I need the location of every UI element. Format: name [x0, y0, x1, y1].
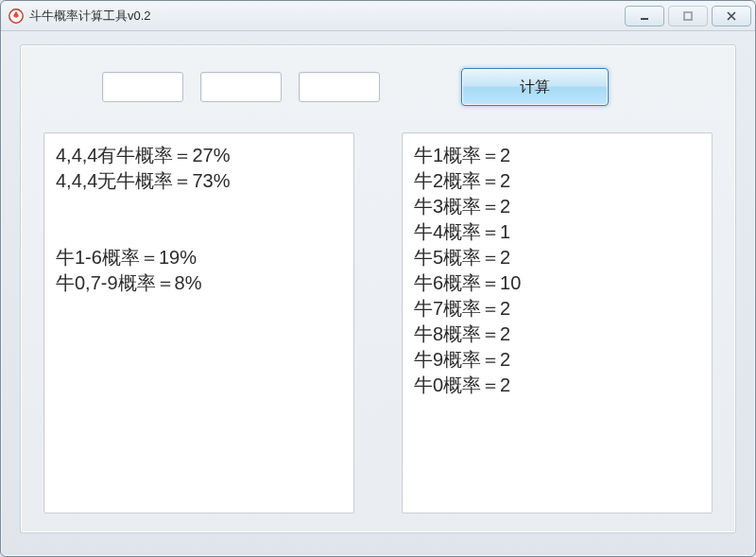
window-controls: [621, 6, 751, 26]
main-groupbox: 计算 4,4,4有牛概率＝27% 4,4,4无牛概率＝73% 牛1-6概率＝19…: [20, 44, 736, 533]
maximize-button[interactable]: [668, 6, 708, 26]
input-row: 计算: [43, 62, 713, 112]
left-result-panel: 4,4,4有牛概率＝27% 4,4,4无牛概率＝73% 牛1-6概率＝19% 牛…: [43, 132, 354, 513]
client-area: 计算 4,4,4有牛概率＝27% 4,4,4无牛概率＝73% 牛1-6概率＝19…: [1, 31, 755, 556]
card1-input[interactable]: [102, 72, 183, 102]
card2-input[interactable]: [200, 72, 282, 102]
close-button[interactable]: [712, 6, 751, 26]
app-window: 斗牛概率计算工具v0.2 计算 4,4,4有牛概率＝27% 4,4,4无牛概率＝…: [0, 0, 756, 557]
svg-rect-2: [684, 12, 692, 20]
app-icon: [9, 9, 24, 24]
card3-input[interactable]: [299, 72, 380, 102]
result-panels: 4,4,4有牛概率＝27% 4,4,4无牛概率＝73% 牛1-6概率＝19% 牛…: [43, 132, 713, 513]
right-result-panel: 牛1概率＝2 牛2概率＝2 牛3概率＝2 牛4概率＝1 牛5概率＝2 牛6概率＝…: [402, 132, 713, 513]
titlebar: 斗牛概率计算工具v0.2: [1, 1, 755, 31]
window-title: 斗牛概率计算工具v0.2: [29, 8, 621, 25]
calculate-button[interactable]: 计算: [461, 68, 609, 106]
minimize-button[interactable]: [625, 6, 664, 26]
svg-rect-1: [641, 18, 648, 20]
